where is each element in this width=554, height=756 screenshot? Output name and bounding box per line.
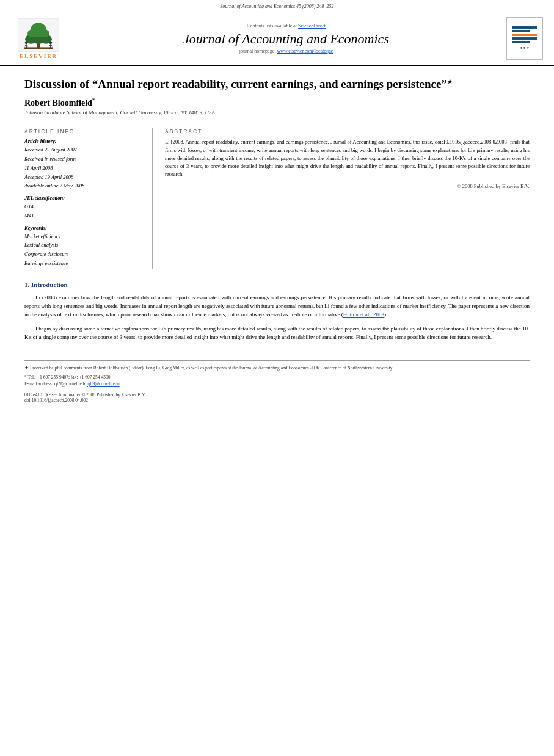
keyword-3: Corporate disclosure [24, 250, 145, 258]
revised-label-text: Received in revised form [24, 155, 145, 163]
right-logo-text: JAE [520, 46, 530, 51]
svg-point-7 [27, 29, 38, 37]
elsevier-stripes [512, 26, 537, 43]
copyright-text: © 2008 Published by Elsevier B.V. [165, 183, 530, 189]
jel-code-2: M41 [24, 212, 145, 220]
footnote-tel-text: * Tel.: +1 607 255 9407; fax: +1 607 254… [24, 374, 111, 380]
keywords-label: Keywords: [24, 225, 145, 231]
revised-date-text: 11 April 2008 [24, 164, 145, 172]
intro-paragraph-1: Li (2008) examines how the length and re… [24, 293, 530, 319]
abstract-heading: ABSTRACT [165, 128, 530, 134]
article-title-sup: ★ [447, 78, 453, 85]
li-2008-ref[interactable]: Li (2008) [35, 294, 57, 300]
keyword-4: Earnings persistence [24, 260, 145, 267]
article-history-label: Article history: [24, 138, 145, 144]
elsevier-logo-left: ELSEVIER [11, 18, 66, 59]
stripe-3 [512, 34, 537, 36]
stripe-1 [512, 26, 537, 29]
journal-title: Journal of Accounting and Economics [72, 31, 500, 47]
jel-section: JEL classification: G14 M41 [24, 195, 145, 220]
svg-point-8 [39, 29, 49, 37]
available-text: Available online 2 May 2008 [24, 182, 145, 190]
footer-issn: 0165-4101/$ - see front matter © 2008 Pu… [24, 392, 530, 403]
author-name: Robert Bloomfield* [24, 97, 530, 108]
article-title-text: Discussion of “Annual report readability… [24, 78, 447, 90]
footnote-star: ★ I received helpful comments from Rober… [24, 365, 530, 371]
footnote-area: ★ I received helpful comments from Rober… [24, 360, 530, 404]
journal-homepage: journal homepage: www.elsevier.com/locat… [72, 48, 500, 54]
intro-paragraph-2: I begin by discussing some alternative e… [24, 324, 530, 342]
footnote-star-text: ★ I received helpful comments from Rober… [24, 365, 393, 371]
stripe-2 [512, 30, 530, 32]
svg-point-9 [25, 41, 28, 44]
footnote-email-label: E-mail address: rjb9@cornell.edu [24, 381, 86, 387]
elsevier-logo-right: JAE [506, 17, 543, 60]
section-title-text: Introduction [31, 281, 68, 288]
article-info-col: ARTICLE INFO Article history: Received 2… [24, 128, 153, 268]
author-affiliation: Johnson Graduate School of Management, C… [24, 109, 530, 115]
footer-doi-text: doi:10.1016/j.jacceco.2008.04.002 [24, 398, 530, 403]
introduction-section: 1. Introduction Li (2008) examines how t… [24, 281, 530, 342]
sciencedirect-label: Contents lists available at [247, 23, 297, 29]
author-sup: * [92, 97, 95, 103]
journal-reference-text: Journal of Accounting and Economics 45 (… [221, 4, 334, 9]
keywords-section: Keywords: Market efficiency Lexical anal… [24, 225, 145, 267]
section-title-intro: 1. Introduction [24, 281, 530, 288]
footnote-email: E-mail address: rjb9@cornell.edu rjb9@co… [24, 380, 530, 387]
article-info-abstract: ARTICLE INFO Article history: Received 2… [24, 123, 530, 268]
footnote-email-link[interactable]: rjb9@cornell.edu [87, 381, 120, 387]
sciencedirect-line: Contents lists available at ScienceDirec… [72, 23, 500, 29]
elsevier-brand-text: ELSEVIER [20, 53, 57, 59]
abstract-text: Li [2008. Annual report readability, cur… [165, 138, 530, 178]
jel-code-1: G14 [24, 203, 145, 211]
journal-header: ELSEVIER Contents lists available at Sci… [0, 12, 554, 66]
accepted-text: Accepted 19 April 2008 [24, 173, 145, 181]
page: Journal of Accounting and Economics 45 (… [0, 0, 554, 756]
homepage-link[interactable]: www.elsevier.com/locate/jae [277, 48, 333, 54]
hutton-ref[interactable]: Hutton et al., 2003 [343, 311, 384, 318]
abstract-col: ABSTRACT Li [2008. Annual report readabi… [165, 128, 530, 268]
svg-point-15 [49, 41, 53, 44]
journal-center-header: Contents lists available at ScienceDirec… [72, 23, 500, 54]
stripe-4 [512, 37, 537, 40]
keyword-2: Lexical analysis [24, 241, 145, 249]
keyword-1: Market efficiency [24, 233, 145, 241]
article-info-heading: ARTICLE INFO [24, 128, 145, 134]
main-content: Discussion of “Annual report readability… [0, 66, 554, 409]
jel-label: JEL classification: [24, 195, 145, 201]
sciencedirect-link[interactable]: ScienceDirect [298, 23, 326, 29]
journal-reference-bar: Journal of Accounting and Economics 45 (… [0, 0, 554, 12]
footer-issn-text: 0165-4101/$ - see front matter © 2008 Pu… [24, 392, 530, 398]
stripe-5 [512, 41, 530, 43]
section-number: 1. [24, 281, 29, 288]
author-name-text: Robert Bloomfield [24, 98, 92, 107]
elsevier-tree-icon [17, 18, 60, 52]
article-title: Discussion of “Annual report readability… [24, 77, 530, 92]
footnote-tel: * Tel.: +1 607 255 9407; fax: +1 607 254… [24, 374, 530, 380]
homepage-label: journal homepage: [239, 48, 276, 54]
received-text: Received 23 August 2007 [24, 146, 145, 154]
